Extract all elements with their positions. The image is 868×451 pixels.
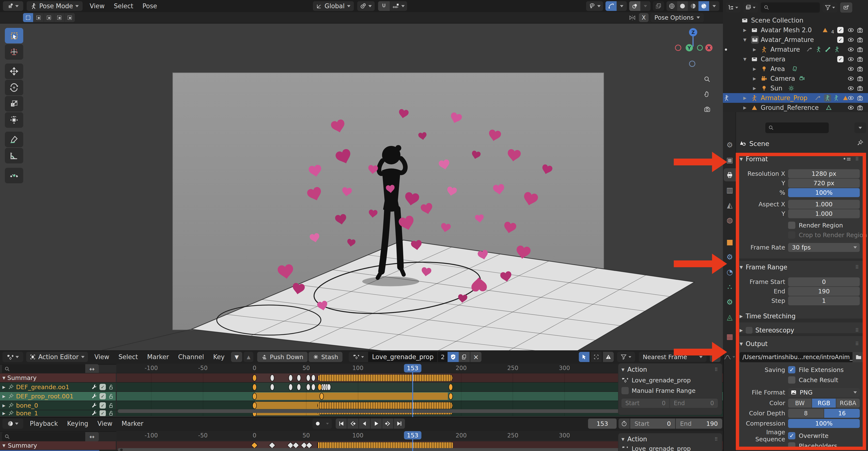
channel-row-bone_1[interactable]: ▶bone_1 ✓ (0, 410, 116, 416)
keyframe[interactable] (306, 384, 310, 391)
menu-pose[interactable]: Pose (138, 1, 161, 11)
camera-restrict-icon[interactable] (857, 46, 863, 53)
tool-cursor[interactable] (5, 44, 23, 60)
keyframe[interactable] (270, 374, 274, 382)
fake-user-toggle[interactable] (447, 352, 459, 362)
prop-resolution-x-field[interactable]: 1280 px (788, 169, 860, 178)
camera-view-button[interactable] (702, 104, 713, 114)
properties-search[interactable] (765, 122, 829, 133)
camera-restrict-icon[interactable] (857, 104, 863, 111)
panel-header-format[interactable]: ▼Format•≡⠿ (740, 154, 861, 164)
tool-transform[interactable] (5, 112, 23, 128)
show-hidden-toggle[interactable] (591, 352, 601, 362)
outliner-item-label[interactable]: Avatar_Armature (761, 36, 814, 44)
tool-select-box[interactable] (5, 28, 23, 44)
camera-restrict-icon[interactable] (857, 56, 863, 62)
pin-icon[interactable] (8, 402, 14, 408)
dope-menu-view[interactable]: View (90, 352, 114, 362)
expander-icon[interactable]: ▶ (743, 105, 746, 110)
overlays-dropdown[interactable] (640, 1, 651, 11)
dope-collapse-button[interactable]: ▲ (244, 352, 253, 362)
eye-icon[interactable] (847, 65, 854, 72)
checkbox[interactable]: ✓ (788, 366, 795, 373)
output-path-browse-button[interactable] (852, 352, 865, 362)
prop-aspect-x-field[interactable]: 1.000 (788, 200, 860, 209)
dope-filter-dropdown[interactable]: ▼ (231, 352, 242, 362)
eye-icon[interactable] (847, 85, 854, 92)
snap-mode-selector[interactable]: Nearest Frame (639, 352, 707, 362)
pin-icon[interactable] (8, 384, 14, 390)
enum-option-rgb[interactable]: RGB (812, 399, 836, 407)
wrench-icon[interactable] (92, 384, 98, 390)
select-mode-extend[interactable] (33, 13, 43, 22)
action-end-field[interactable]: End0 (670, 399, 718, 408)
proportional-edit-toggle[interactable] (606, 1, 617, 11)
channel-row-def_prop_root.001[interactable]: ▶DEF_prop_root.001 ✓ (0, 392, 116, 400)
dope-proportional-toggle[interactable] (710, 352, 720, 362)
editor-type-button[interactable] (3, 1, 23, 11)
manual-frame-range-checkbox[interactable] (621, 387, 629, 394)
mirror-x-toggle[interactable]: X (639, 13, 649, 22)
expander-icon[interactable]: ▶ (2, 385, 5, 389)
outliner-item-label[interactable]: Area (770, 65, 785, 73)
dope-playhead-line[interactable] (412, 372, 413, 417)
checkbox[interactable] (788, 442, 795, 450)
expander-icon[interactable]: ▶ (753, 47, 756, 52)
timeline-menu-playback[interactable]: Playback (25, 419, 62, 429)
keyframe[interactable] (288, 374, 293, 382)
orientation-selector[interactable]: Global (313, 1, 354, 11)
eye-icon[interactable] (847, 46, 854, 53)
outliner-row[interactable]: ▶Area (723, 64, 868, 74)
prop-check-crop-to-render-region[interactable]: Crop to Render Region (788, 231, 867, 239)
pivot-point-selector[interactable] (357, 1, 375, 11)
dope-editor-type-button[interactable] (2, 352, 23, 362)
shading-material-button[interactable] (688, 1, 699, 11)
selectability-checkbox[interactable]: ✓ (837, 56, 843, 62)
properties-tab-scene[interactable]: ◭ (724, 198, 736, 212)
outliner-row[interactable]: Scene Collection (723, 16, 868, 25)
timeline-search[interactable] (2, 432, 85, 441)
expander-icon[interactable]: ▶ (2, 411, 5, 416)
wrench-icon[interactable] (92, 410, 98, 416)
timeline-menu-view[interactable]: View (93, 419, 117, 429)
dope-mode-selector[interactable]: Action Editor (26, 352, 88, 362)
expander-icon[interactable]: ▶ (753, 76, 756, 81)
prop-y-field[interactable]: 720 px (788, 179, 860, 188)
dense-keyframes[interactable] (317, 402, 453, 409)
wrench-icon[interactable] (92, 393, 98, 399)
prop-check-file-extensions[interactable]: ✓File Extensions (788, 366, 844, 374)
keyframe[interactable] (297, 374, 301, 382)
viewport-3d[interactable]: ZYX (0, 23, 724, 350)
tool-measure[interactable] (5, 148, 23, 163)
select-mode-subtract[interactable] (44, 13, 54, 22)
outliner-row[interactable]: ▼Avatar_Armature✓ (723, 35, 868, 45)
expander-icon[interactable]: ▶ (743, 28, 746, 32)
tool-rotate[interactable] (5, 80, 23, 95)
new-action-button[interactable] (459, 352, 470, 362)
outliner-row[interactable]: ▶Camera (723, 74, 868, 83)
action-users-button[interactable]: 2 (437, 352, 447, 362)
timeline-selected-channel-partial[interactable] (0, 450, 99, 451)
expander-icon[interactable]: ▶ (753, 66, 756, 71)
keyframe[interactable] (288, 384, 293, 391)
enum-option-rgba[interactable]: RGBA (836, 399, 860, 407)
properties-tab-modifier[interactable]: ⚙ (724, 250, 736, 263)
channel-row-summary[interactable]: ▼Summary (0, 373, 116, 382)
timeline-filter-toggle[interactable]: ↔ (85, 432, 99, 441)
channel-enable-checkbox[interactable]: ✓ (99, 410, 106, 416)
jump-end-button[interactable] (394, 419, 405, 429)
expander-icon[interactable]: ▶ (2, 394, 5, 399)
properties-tab-viewlayer[interactable]: ▥ (724, 183, 736, 196)
outliner-item-label[interactable]: Armature_Prop (761, 94, 807, 102)
checkbox[interactable] (788, 222, 795, 229)
only-selected-toggle[interactable] (579, 352, 589, 362)
action-name-field[interactable]: Love_grenade_prop (368, 352, 437, 362)
lock-open-icon[interactable] (108, 393, 114, 399)
select-mode-intersect[interactable] (65, 13, 75, 22)
outliner-row[interactable]: ▶Armature_Prop (723, 93, 868, 103)
checkbox[interactable]: ✓ (788, 432, 795, 439)
outliner-item-label[interactable]: Camera (761, 56, 785, 63)
outliner-item-label[interactable]: Avatar Mesh 2.0 (761, 26, 812, 34)
selectability-checkbox[interactable]: ✓ (837, 37, 843, 43)
mode-selector[interactable]: Pose Mode (27, 1, 83, 11)
